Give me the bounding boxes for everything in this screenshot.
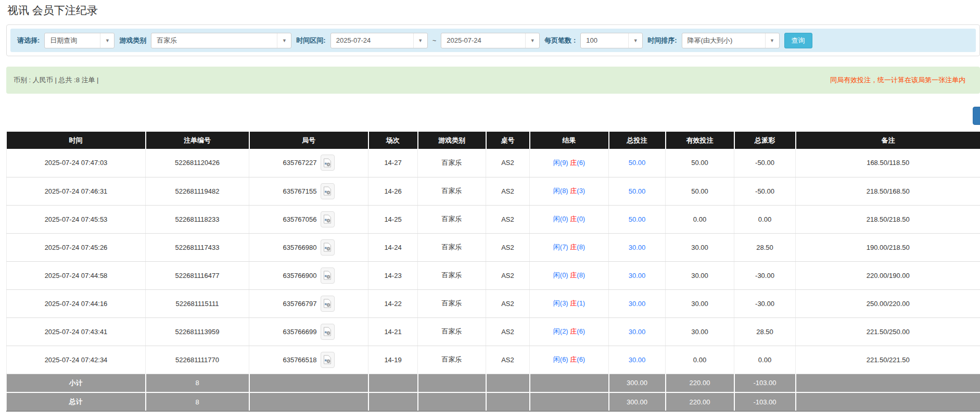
video-replay-button[interactable] [321, 352, 335, 368]
table-row: 2025-07-24 07:45:26522681117433635766980… [7, 233, 980, 261]
cell-result: 闲(2) 庄(6) [530, 317, 609, 346]
cutoff-blue-button[interactable] [973, 107, 980, 125]
video-replay-button[interactable] [321, 268, 335, 284]
cell-game-type: 百家乐 [418, 205, 486, 233]
cell-game-type: 百家乐 [418, 346, 486, 374]
table-row: 2025-07-24 07:46:31522681119482635767155… [7, 177, 980, 205]
video-replay-button[interactable] [321, 324, 335, 340]
result-player-value: (6) [560, 355, 570, 363]
cell-time: 2025-07-24 07:42:34 [7, 346, 146, 374]
result-player-value: (7) [560, 243, 570, 251]
time-range-label: 时间区间: [296, 36, 325, 45]
total-bet-link[interactable]: 30.00 [629, 300, 646, 308]
result-player-label: 闲 [553, 215, 560, 223]
total-bet-link[interactable]: 30.00 [629, 328, 646, 336]
search-button[interactable]: 查询 [784, 33, 812, 48]
table-row: 2025-07-24 07:44:58522681116477635766900… [7, 261, 980, 289]
chevron-down-icon[interactable]: ▼ [100, 33, 114, 48]
cell-total-bet: 50.00 [609, 149, 666, 177]
result-banker-label: 庄 [570, 271, 577, 279]
subtotal-row-cell-0: 小计 [7, 374, 146, 392]
cell-result: 闲(0) 庄(0) [530, 205, 609, 233]
chevron-down-icon[interactable]: ▼ [765, 33, 779, 48]
total-bet-link[interactable]: 30.00 [629, 356, 646, 364]
table-row: 2025-07-24 07:45:53522681118233635767056… [7, 205, 980, 233]
column-header-0: 时间 [7, 132, 146, 149]
result-player-value: (9) [560, 159, 570, 167]
video-replay-button[interactable] [321, 155, 335, 171]
result-player-label: 闲 [553, 355, 560, 363]
chevron-down-icon[interactable]: ▼ [277, 33, 291, 48]
total-row-cell-4 [418, 392, 486, 411]
column-header-5: 桌号 [486, 132, 530, 149]
result-banker-label: 庄 [570, 299, 577, 307]
date-from-select[interactable]: 2025-07-24 ▼ [330, 33, 428, 48]
video-file-icon [323, 271, 332, 280]
total-row-cell-8: 220.00 [666, 392, 734, 411]
cell-bet-number: 522681120426 [146, 149, 249, 177]
game-type-select[interactable]: 百家乐 ▼ [151, 33, 291, 48]
chevron-down-icon[interactable]: ▼ [413, 33, 427, 48]
table-header-row: 时间注单编号局号场次游戏类别桌号结果总投注有效投注总派彩备注 [7, 132, 980, 149]
cell-remark: 250.00/220.00 [796, 289, 980, 317]
subtotal-row: 小计8300.00220.00-103.00 [7, 374, 980, 392]
subtotal-row-cell-5 [486, 374, 530, 392]
result-player-label: 闲 [553, 159, 560, 167]
total-row-cell-5 [486, 392, 530, 411]
cell-bet-number: 522681117433 [146, 233, 249, 261]
chevron-down-icon[interactable]: ▼ [628, 33, 642, 48]
cell-time: 2025-07-24 07:43:41 [7, 317, 146, 346]
cell-bet-number: 522681119482 [146, 177, 249, 205]
cell-round-number: 635767155 [249, 177, 368, 205]
subtotal-row-cell-3 [368, 374, 418, 392]
sort-label: 时间排序: [647, 36, 677, 45]
sort-select[interactable]: 降幂(由大到小) ▼ [682, 33, 780, 48]
cell-time: 2025-07-24 07:44:58 [7, 261, 146, 289]
cell-game-type: 百家乐 [418, 149, 486, 177]
table-row: 2025-07-24 07:43:41522681113959635766699… [7, 317, 980, 346]
cell-round-number: 635766980 [249, 233, 368, 261]
total-bet-link[interactable]: 30.00 [629, 244, 646, 251]
round-number-text: 635766518 [283, 356, 316, 364]
total-row-cell-10 [796, 392, 980, 411]
cell-result: 闲(7) 庄(8) [530, 233, 609, 261]
result-player-value: (8) [560, 187, 570, 195]
total-bet-link[interactable]: 50.00 [629, 187, 646, 195]
video-file-icon [323, 214, 332, 224]
per-page-select[interactable]: 100 ▼ [580, 33, 643, 48]
total-row-cell-0: 总计 [7, 392, 146, 411]
cell-session: 14-24 [368, 233, 418, 261]
total-bet-link[interactable]: 50.00 [629, 159, 646, 167]
cell-bet-number: 522681111770 [146, 346, 249, 374]
video-replay-button[interactable] [321, 296, 335, 312]
cell-valid-bet: 30.00 [666, 261, 734, 289]
total-bet-link[interactable]: 30.00 [629, 272, 646, 279]
result-banker-value: (3) [577, 187, 585, 195]
filter-panel: 请选择: 日期查询 ▼ 游戏类别 百家乐 ▼ 时间区间: 2025-07-24 … [6, 24, 980, 56]
subtotal-row-cell-9: -103.00 [734, 374, 796, 392]
per-page-label: 每页笔数 : [544, 36, 576, 45]
video-replay-button[interactable] [321, 211, 335, 227]
total-bet-link[interactable]: 50.00 [629, 215, 646, 223]
cell-total-bet: 50.00 [609, 205, 666, 233]
round-number-text: 635766797 [283, 300, 316, 308]
result-player-value: (0) [560, 271, 570, 279]
cell-payout: 0.00 [734, 346, 796, 374]
round-number-text: 635767155 [283, 187, 316, 195]
per-page-value: 100 [581, 36, 628, 44]
round-number-text: 635766980 [283, 244, 316, 251]
result-player-label: 闲 [553, 327, 560, 335]
cell-remark: 220.00/190.00 [796, 261, 980, 289]
result-player-label: 闲 [553, 243, 560, 251]
video-replay-button[interactable] [321, 239, 335, 256]
date-to-select[interactable]: 2025-07-24 ▼ [441, 33, 540, 48]
video-replay-button[interactable] [321, 183, 335, 199]
result-banker-label: 庄 [570, 327, 577, 335]
query-type-select[interactable]: 日期查询 ▼ [44, 33, 114, 48]
cell-valid-bet: 0.00 [666, 205, 734, 233]
cell-valid-bet: 0.00 [666, 346, 734, 374]
result-player-value: (0) [560, 215, 570, 223]
table-row: 2025-07-24 07:44:16522681115111635766797… [7, 289, 980, 317]
cell-round-number: 635766699 [249, 317, 368, 346]
chevron-down-icon[interactable]: ▼ [525, 33, 539, 48]
